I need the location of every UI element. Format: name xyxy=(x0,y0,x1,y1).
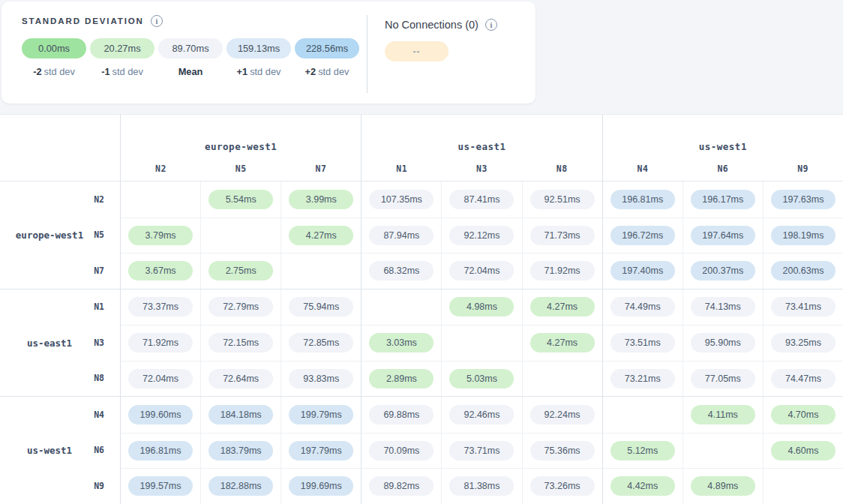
latency-pill[interactable]: 74.13ms xyxy=(691,297,755,316)
latency-pill[interactable]: 198.19ms xyxy=(771,226,836,245)
latency-pill[interactable]: 197.63ms xyxy=(771,190,836,209)
latency-cell[interactable]: 93.25ms xyxy=(763,325,843,361)
latency-pill[interactable]: 197.40ms xyxy=(610,261,675,280)
latency-cell[interactable]: 72.04ms xyxy=(441,253,521,289)
latency-cell[interactable]: 4.27ms xyxy=(522,290,602,326)
latency-pill[interactable]: 3.99ms xyxy=(289,190,353,209)
latency-cell[interactable] xyxy=(522,361,602,397)
latency-pill[interactable]: 73.41ms xyxy=(771,297,836,316)
latency-cell[interactable]: 73.21ms xyxy=(602,361,682,397)
latency-cell[interactable]: 4.98ms xyxy=(441,290,521,326)
latency-pill[interactable]: 81.38ms xyxy=(449,476,514,496)
latency-pill[interactable]: 199.60ms xyxy=(128,405,193,424)
latency-pill[interactable]: 196.81ms xyxy=(610,190,675,209)
row-node-label-N6[interactable]: N6 xyxy=(68,433,120,469)
latency-pill[interactable]: 197.79ms xyxy=(289,441,353,460)
latency-cell[interactable]: 196.81ms xyxy=(602,182,682,218)
latency-cell[interactable]: 72.04ms xyxy=(120,361,200,397)
latency-cell[interactable]: 70.09ms xyxy=(361,433,441,469)
latency-pill[interactable]: 182.88ms xyxy=(208,476,273,496)
latency-cell[interactable]: 199.79ms xyxy=(280,397,361,433)
latency-pill[interactable]: 199.57ms xyxy=(128,476,193,496)
row-node-label-N7[interactable]: N7 xyxy=(68,253,120,289)
latency-cell[interactable]: 197.63ms xyxy=(763,182,843,218)
latency-pill[interactable]: 71.92ms xyxy=(128,333,193,352)
latency-cell[interactable]: 71.73ms xyxy=(522,218,602,254)
latency-cell[interactable]: 74.47ms xyxy=(763,361,843,397)
latency-cell[interactable]: 71.92ms xyxy=(120,325,200,361)
latency-pill[interactable]: 73.71ms xyxy=(449,441,514,460)
latency-cell[interactable]: 4.70ms xyxy=(763,397,843,433)
row-node-label-N2[interactable]: N2 xyxy=(68,182,120,218)
latency-cell[interactable]: 75.36ms xyxy=(522,433,602,469)
latency-pill[interactable]: 72.04ms xyxy=(128,369,193,388)
column-node-label-N6[interactable]: N6 xyxy=(682,164,763,174)
latency-cell[interactable]: 184.18ms xyxy=(200,397,280,433)
latency-pill[interactable]: 3.67ms xyxy=(128,261,193,280)
column-node-label-N9[interactable]: N9 xyxy=(763,164,843,174)
latency-pill[interactable]: 68.32ms xyxy=(369,261,434,280)
latency-pill[interactable]: 92.51ms xyxy=(530,190,595,209)
latency-pill[interactable]: 72.64ms xyxy=(208,369,273,388)
latency-pill[interactable]: 92.12ms xyxy=(449,226,514,245)
latency-pill[interactable]: 4.89ms xyxy=(691,476,755,496)
column-node-label-N2[interactable]: N2 xyxy=(121,164,201,174)
latency-cell[interactable]: 72.79ms xyxy=(200,290,280,326)
latency-pill[interactable]: 4.27ms xyxy=(530,297,595,316)
column-node-label-N4[interactable]: N4 xyxy=(603,164,683,174)
latency-cell[interactable]: 4.27ms xyxy=(522,325,602,361)
latency-cell[interactable] xyxy=(200,218,280,254)
latency-pill[interactable]: 3.79ms xyxy=(128,226,193,245)
latency-cell[interactable]: 77.05ms xyxy=(682,361,763,397)
latency-pill[interactable]: 200.37ms xyxy=(691,261,755,280)
latency-cell[interactable]: 72.64ms xyxy=(200,361,280,397)
latency-cell[interactable]: 73.37ms xyxy=(120,290,200,326)
latency-pill[interactable]: 4.60ms xyxy=(771,441,836,460)
latency-cell[interactable]: 2.89ms xyxy=(361,361,441,397)
latency-cell[interactable]: 5.12ms xyxy=(602,433,682,469)
row-node-label-N9[interactable]: N9 xyxy=(68,468,120,504)
latency-pill[interactable]: 4.27ms xyxy=(289,226,353,245)
latency-pill[interactable]: 4.42ms xyxy=(610,476,675,496)
latency-pill[interactable]: 74.49ms xyxy=(610,297,675,316)
latency-pill[interactable]: 71.92ms xyxy=(530,261,595,280)
latency-cell[interactable]: 5.03ms xyxy=(441,361,521,397)
latency-pill[interactable]: 4.27ms xyxy=(530,333,595,352)
latency-cell[interactable]: 74.49ms xyxy=(602,290,682,326)
latency-cell[interactable]: 89.82ms xyxy=(361,468,441,504)
latency-pill[interactable]: 95.90ms xyxy=(691,333,755,352)
latency-cell[interactable]: 72.85ms xyxy=(280,325,361,361)
latency-pill[interactable]: 71.73ms xyxy=(530,226,595,245)
latency-pill[interactable]: 89.82ms xyxy=(369,476,434,496)
column-node-label-N8[interactable]: N8 xyxy=(522,164,602,174)
latency-pill[interactable]: 92.46ms xyxy=(449,405,514,424)
row-node-label-N4[interactable]: N4 xyxy=(68,397,120,433)
latency-pill[interactable]: 75.94ms xyxy=(289,297,353,316)
latency-cell[interactable] xyxy=(682,433,763,469)
row-node-label-N8[interactable]: N8 xyxy=(68,361,120,397)
column-node-label-N3[interactable]: N3 xyxy=(442,164,522,174)
latency-cell[interactable]: 107.35ms xyxy=(361,182,441,218)
latency-pill[interactable]: 73.21ms xyxy=(610,369,675,388)
latency-cell[interactable]: 92.51ms xyxy=(522,182,602,218)
latency-pill[interactable]: 73.37ms xyxy=(128,297,193,316)
latency-pill[interactable]: 5.12ms xyxy=(610,441,675,460)
latency-cell[interactable] xyxy=(120,182,200,218)
latency-pill[interactable]: 87.94ms xyxy=(369,226,434,245)
latency-cell[interactable]: 199.57ms xyxy=(120,468,200,504)
latency-cell[interactable]: 87.94ms xyxy=(361,218,441,254)
latency-pill[interactable]: 93.83ms xyxy=(289,369,353,388)
latency-cell[interactable]: 4.42ms xyxy=(602,468,682,504)
latency-cell[interactable]: 182.88ms xyxy=(200,468,280,504)
latency-cell[interactable]: 75.94ms xyxy=(280,290,361,326)
latency-cell[interactable]: 72.15ms xyxy=(200,325,280,361)
latency-pill[interactable]: 87.41ms xyxy=(449,190,514,209)
latency-cell[interactable]: 196.81ms xyxy=(120,433,200,469)
latency-cell[interactable]: 69.88ms xyxy=(361,397,441,433)
latency-pill[interactable]: 75.36ms xyxy=(530,441,595,460)
latency-pill[interactable]: 77.05ms xyxy=(691,369,755,388)
latency-cell[interactable]: 92.24ms xyxy=(522,397,602,433)
latency-pill[interactable]: 2.89ms xyxy=(369,369,434,388)
latency-pill[interactable]: 72.79ms xyxy=(208,297,273,316)
latency-cell[interactable]: 4.27ms xyxy=(280,218,361,254)
